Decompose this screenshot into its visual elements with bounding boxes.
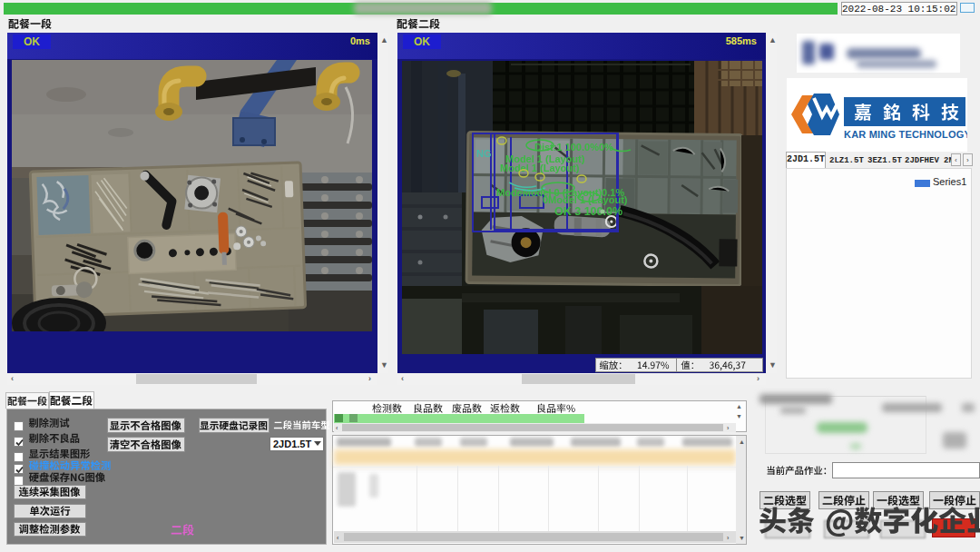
svg-text:OK 3 100.0%: OK 3 100.0% — [554, 205, 622, 218]
svg-text:NG: NG — [476, 148, 492, 159]
svg-text:KAR MING TECHNOLOGY: KAR MING TECHNOLOGY — [844, 129, 967, 140]
svg-text:0Model 1 (Layout): 0Model 1 (Layout) — [543, 194, 628, 205]
svg-text:Model 1 (Layout): Model 1 (Layout) — [500, 163, 580, 173]
svg-text:Dist:1 100.0%0%: Dist:1 100.0%0% — [534, 142, 613, 153]
